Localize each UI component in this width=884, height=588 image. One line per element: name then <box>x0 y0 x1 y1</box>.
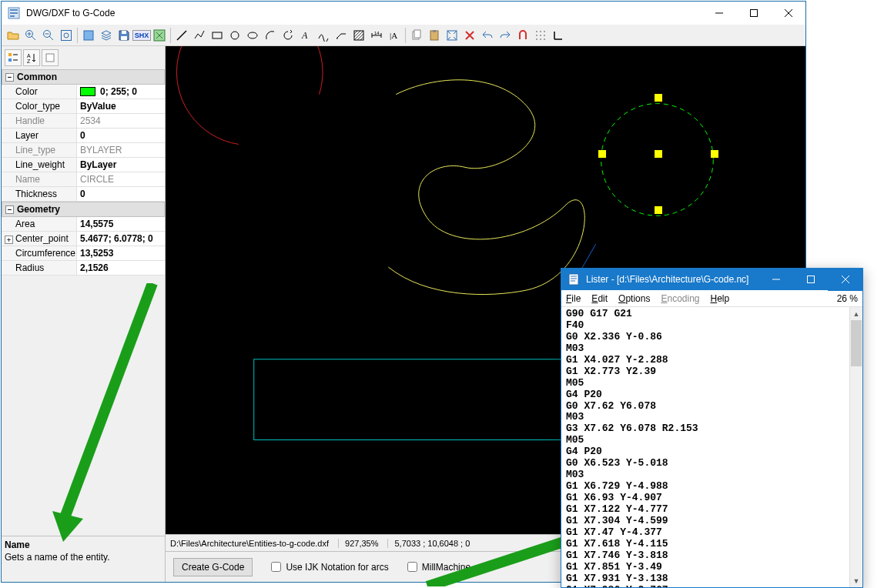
svg-text:|A: |A <box>390 31 397 40</box>
svg-rect-4 <box>750 10 757 17</box>
copy-icon[interactable] <box>408 27 425 44</box>
shx-button[interactable]: SHX <box>133 27 150 44</box>
lister-close-button[interactable] <box>828 268 862 291</box>
svg-rect-41 <box>569 274 578 285</box>
select-icon[interactable] <box>80 27 97 44</box>
prop-row-color-type: Color_typeByValue <box>2 99 165 114</box>
undo-icon[interactable] <box>479 27 496 44</box>
menu-file[interactable]: File <box>566 293 581 304</box>
maximize-button[interactable] <box>736 2 771 25</box>
spline-tool-icon[interactable] <box>315 27 332 44</box>
prop-pages-icon[interactable] <box>42 49 59 66</box>
svg-rect-3 <box>10 15 15 17</box>
window-title: DWG/DXF to G-Code <box>26 8 702 18</box>
scroll-up-icon[interactable]: ▲ <box>850 307 862 320</box>
svg-text:A: A <box>27 53 31 58</box>
ijk-checkbox[interactable]: Use IJK Notation for arcs <box>271 562 388 573</box>
color-swatch <box>80 87 95 96</box>
svg-rect-40 <box>254 359 561 440</box>
svg-point-26 <box>540 31 541 32</box>
svg-rect-11 <box>122 31 126 34</box>
menu-edit[interactable]: Edit <box>591 293 608 304</box>
grid-icon[interactable] <box>532 27 549 44</box>
zoom-out-icon[interactable] <box>40 27 57 44</box>
svg-rect-7 <box>62 30 72 40</box>
prop-row-lineweight: Line_weightByLayer <box>2 158 165 172</box>
zoom-in-icon[interactable] <box>22 27 39 44</box>
text-tool-icon[interactable]: A <box>297 27 314 44</box>
zoom-fit-icon[interactable] <box>58 27 75 44</box>
scroll-thumb[interactable] <box>851 320 862 366</box>
properties-panel: AZ −Common Color0; 255; 0 Color_typeByVa… <box>2 46 166 582</box>
circle-tool-icon[interactable] <box>226 27 243 44</box>
lister-window: Lister - [d:\Files\Architecture\G-code.n… <box>561 268 863 588</box>
status-path: D:\Files\Architecture\Entities-to-g-code… <box>170 539 335 548</box>
hatch-tool-icon[interactable] <box>350 27 367 44</box>
scroll-down-icon[interactable]: ▼ <box>850 574 862 587</box>
settings-icon[interactable] <box>151 27 168 44</box>
status-zoom: 927,35% <box>338 539 384 548</box>
menu-help[interactable]: Help <box>711 293 730 304</box>
lister-maximize-button[interactable] <box>793 268 828 291</box>
prop-group-common[interactable]: −Common <box>2 69 165 85</box>
minimize-button[interactable] <box>702 2 736 25</box>
svg-rect-2 <box>10 12 18 14</box>
prop-row-area: Area14,5575 <box>2 217 165 232</box>
leader-tool-icon[interactable] <box>333 27 350 44</box>
grip[interactable] <box>712 151 718 157</box>
close-button[interactable] <box>771 2 805 25</box>
create-gcode-button[interactable]: Create G-Code <box>173 558 253 576</box>
ortho-icon[interactable] <box>550 27 567 44</box>
titlebar: DWG/DXF to G-Code <box>2 2 805 25</box>
prop-group-geometry[interactable]: −Geometry <box>2 202 165 217</box>
grip[interactable] <box>655 95 661 101</box>
svg-point-39 <box>601 104 714 216</box>
scrollbar[interactable]: ▲ ▼ <box>849 307 862 587</box>
grip[interactable] <box>599 151 605 157</box>
paste-icon[interactable] <box>426 27 443 44</box>
svg-point-32 <box>540 38 541 40</box>
svg-point-27 <box>544 31 545 32</box>
dimension-tool-icon[interactable]: 14 <box>368 27 385 44</box>
svg-point-33 <box>544 38 545 40</box>
svg-point-14 <box>231 32 239 39</box>
help-title: Name <box>5 540 162 550</box>
grip[interactable] <box>655 151 661 157</box>
rotate-tool-icon[interactable] <box>280 27 296 44</box>
svg-point-8 <box>64 33 69 38</box>
delete-icon[interactable] <box>461 27 478 44</box>
rect-tool-icon[interactable] <box>209 27 226 44</box>
svg-rect-42 <box>807 276 814 283</box>
categorized-icon[interactable] <box>5 49 22 66</box>
menu-options[interactable]: Options <box>618 293 650 304</box>
ellipse-tool-icon[interactable] <box>244 27 261 44</box>
layers-icon[interactable] <box>98 27 115 44</box>
lister-minimize-button[interactable] <box>758 268 793 291</box>
svg-point-29 <box>540 35 541 36</box>
snap-icon[interactable] <box>514 27 531 44</box>
svg-rect-10 <box>121 36 127 40</box>
svg-rect-38 <box>46 54 54 62</box>
prop-row-handle: Handle2534 <box>2 114 165 129</box>
svg-rect-9 <box>84 31 93 40</box>
grip[interactable] <box>655 207 661 213</box>
prop-row-circumference: Circumference13,5253 <box>2 246 165 261</box>
mtext-tool-icon[interactable]: |A <box>386 27 403 44</box>
redo-icon[interactable] <box>497 27 514 44</box>
svg-rect-21 <box>414 30 420 38</box>
line-tool-icon[interactable] <box>173 27 190 44</box>
millmachine-checkbox[interactable]: MillMachine <box>407 562 470 573</box>
menu-encoding[interactable]: Encoding <box>661 293 699 304</box>
save-icon[interactable] <box>116 27 132 44</box>
prop-row-center: +Center_point5.4677; 6.0778; 0 <box>2 232 165 246</box>
svg-point-15 <box>248 32 257 38</box>
open-file-icon[interactable] <box>5 27 22 44</box>
extent-icon[interactable] <box>444 27 460 44</box>
arc-tool-icon[interactable] <box>262 27 279 44</box>
lister-menubar: File Edit Options Encoding Help 26 % <box>561 290 862 307</box>
polyline-tool-icon[interactable] <box>191 27 208 44</box>
lister-content[interactable]: G90 G17 G21 F40 G0 X2.336 Y-0.86 M03 G1 … <box>561 307 862 587</box>
lister-percent: 26 % <box>837 293 858 304</box>
toolbar: SHX A 14 |A <box>2 25 805 46</box>
alphabetical-icon[interactable]: AZ <box>23 49 40 66</box>
